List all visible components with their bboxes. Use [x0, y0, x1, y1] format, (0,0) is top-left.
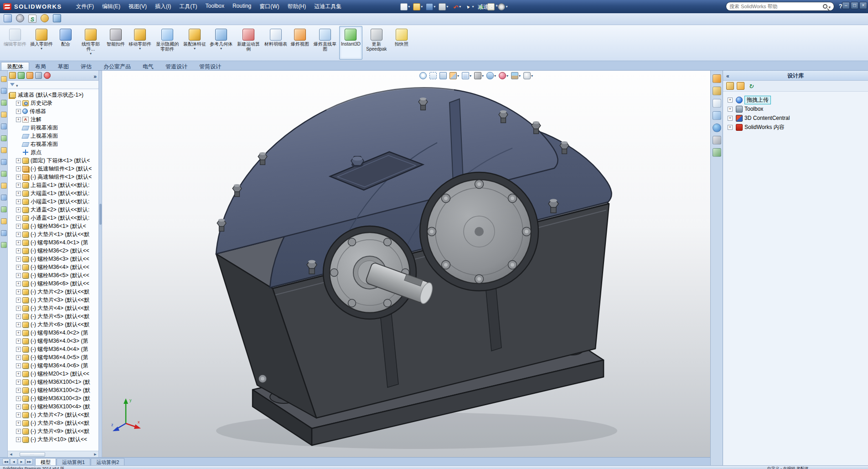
expand-icon[interactable]	[16, 109, 21, 114]
panel-splitter[interactable]	[99, 71, 102, 457]
close-icon[interactable]: ×	[859, 2, 867, 9]
expand-icon[interactable]	[16, 421, 21, 426]
expand-icon[interactable]	[16, 380, 21, 385]
tree-item[interactable]: 小通盖<1> (默认<<默认:	[8, 214, 98, 222]
tree-item[interactable]: (-) 螺栓M36<2> (默认<<	[8, 247, 98, 255]
library-toolbar-button[interactable]	[726, 82, 734, 90]
tree-item[interactable]: 大端盖<1> (默认<<默认:	[8, 189, 98, 197]
toolbar-button[interactable]	[464, 3, 474, 10]
ribbon-button[interactable]: 装配体特征	[181, 26, 208, 60]
menu-item[interactable]: 工具(T)	[175, 1, 201, 12]
heads-up-button[interactable]	[449, 72, 460, 80]
panel-tab[interactable]	[26, 72, 33, 79]
expand-icon[interactable]	[16, 429, 21, 434]
expand-icon[interactable]	[16, 396, 21, 401]
side-toolbar-button[interactable]	[1, 218, 7, 224]
tree-item[interactable]: (-) 大垫片<5> (默认<<默	[8, 312, 98, 320]
expand-icon[interactable]	[16, 306, 21, 311]
library-toolbar-button[interactable]	[747, 82, 755, 90]
tree-item[interactable]: (-) 螺栓M36<1> (默认<	[8, 222, 98, 230]
heads-up-button[interactable]	[486, 72, 496, 80]
plugin-tool-button[interactable]	[53, 14, 61, 24]
expand-icon[interactable]	[16, 166, 21, 171]
help-search-box[interactable]	[726, 2, 834, 11]
taskpane-tab[interactable]	[713, 74, 721, 83]
last-tab-icon[interactable]: ▶▶	[26, 459, 33, 465]
tree-item[interactable]: (-) 螺母M36×4.0<3> (第	[8, 337, 98, 345]
expand-icon[interactable]	[728, 98, 733, 103]
commandmanager-tab[interactable]: 装配体	[1, 62, 29, 70]
library-item[interactable]: 3D ContentCentral	[728, 113, 868, 123]
library-toolbar-button[interactable]	[737, 82, 744, 90]
side-toolbar-button[interactable]	[1, 76, 7, 82]
ribbon-button[interactable]: 爆炸视图	[289, 26, 311, 60]
commandmanager-tab[interactable]: 管道设计	[160, 62, 193, 70]
side-toolbar-button[interactable]	[1, 171, 7, 177]
filter-dropdown-icon[interactable]	[15, 81, 18, 89]
tree-item[interactable]: (-) 螺母M36×4.0<5> (第	[8, 353, 98, 361]
tree-item[interactable]: 历史记录	[8, 99, 98, 107]
tree-item[interactable]: (-) 螺栓M36<6> (默认<<	[8, 279, 98, 288]
expand-icon[interactable]	[16, 248, 21, 253]
plugin-tool-button[interactable]	[16, 14, 24, 24]
expand-icon[interactable]	[16, 330, 21, 335]
expand-icon[interactable]	[16, 224, 21, 229]
side-toolbar-button[interactable]	[1, 112, 7, 118]
library-item[interactable]: 拖拽上传	[728, 95, 868, 104]
side-toolbar-button[interactable]	[1, 135, 7, 141]
toolbar-button[interactable]	[426, 3, 435, 10]
expand-icon[interactable]	[16, 191, 21, 196]
side-toolbar-button[interactable]	[1, 242, 7, 248]
panel-tab[interactable]	[35, 72, 42, 79]
ribbon-button[interactable]: 移动零部件	[127, 26, 153, 60]
tree-item[interactable]: (-) 螺栓M36X100<2> (默	[8, 386, 98, 394]
side-toolbar-button[interactable]	[1, 206, 7, 212]
expand-icon[interactable]	[16, 265, 21, 270]
heads-up-button[interactable]	[498, 72, 509, 80]
expand-icon[interactable]	[16, 257, 21, 262]
expand-icon[interactable]	[16, 404, 21, 409]
expand-icon[interactable]	[16, 322, 21, 327]
tree-item[interactable]: (-) 大垫片<9> (默认<<默	[8, 427, 98, 435]
expand-icon[interactable]	[16, 355, 21, 360]
menu-item[interactable]: 迈迪工具集	[310, 1, 346, 12]
expand-icon[interactable]	[16, 232, 21, 237]
heads-up-button[interactable]	[429, 72, 437, 80]
plugin-tool-button[interactable]	[41, 14, 49, 24]
heads-up-button[interactable]	[439, 72, 447, 80]
filter-bar[interactable]	[8, 81, 98, 89]
tree-item[interactable]: 大通盖<2> (默认<<默认:	[8, 206, 98, 214]
expand-icon[interactable]	[16, 199, 21, 204]
model-tab[interactable]: 模型	[35, 458, 56, 465]
ribbon-button[interactable]: 拍快照	[391, 26, 413, 60]
tree-item[interactable]: (-) 螺栓M36<3> (默认<<	[8, 255, 98, 263]
expand-icon[interactable]	[16, 175, 21, 180]
ribbon-button[interactable]: 材料明细表	[263, 26, 289, 60]
tree-item[interactable]: 原点	[8, 148, 98, 156]
tree-item[interactable]: (-) 螺栓M36X100<4> (默	[8, 402, 98, 411]
expand-icon[interactable]	[16, 240, 21, 245]
tree-item[interactable]: 注解	[8, 115, 98, 124]
ribbon-button[interactable]: 线性零部件...	[77, 26, 105, 60]
tree-item[interactable]: 上箱盖<1> (默认<<默认:	[8, 181, 98, 189]
expand-icon[interactable]	[16, 207, 21, 212]
toolbar-button[interactable]	[439, 3, 448, 10]
expand-icon[interactable]	[16, 388, 21, 393]
search-icon[interactable]	[823, 4, 827, 9]
toolbar-button[interactable]	[400, 3, 410, 10]
graphics-area[interactable]: y x z	[102, 71, 710, 457]
menu-item[interactable]: Routing	[228, 1, 255, 12]
expand-icon[interactable]	[16, 363, 21, 368]
ribbon-button[interactable]: 参考几何体	[208, 26, 234, 60]
scroll-right-icon[interactable]	[92, 452, 98, 457]
tree-item[interactable]: 小端盖<1> (默认<<默认:	[8, 197, 98, 206]
tree-item[interactable]: (-) 螺母M36×4.0<4> (第	[8, 345, 98, 353]
tree-item[interactable]: (-) 大垫片<8> (默认<<默	[8, 419, 98, 427]
commandmanager-tab[interactable]: 电气	[137, 62, 160, 70]
first-tab-icon[interactable]: ◀◀	[2, 459, 10, 465]
expand-icon[interactable]	[16, 347, 21, 352]
taskpane-tab[interactable]	[713, 124, 721, 132]
splitter-handle[interactable]	[99, 204, 102, 225]
expand-icon[interactable]	[16, 339, 21, 344]
menu-item[interactable]: 帮助(H)	[284, 1, 310, 12]
